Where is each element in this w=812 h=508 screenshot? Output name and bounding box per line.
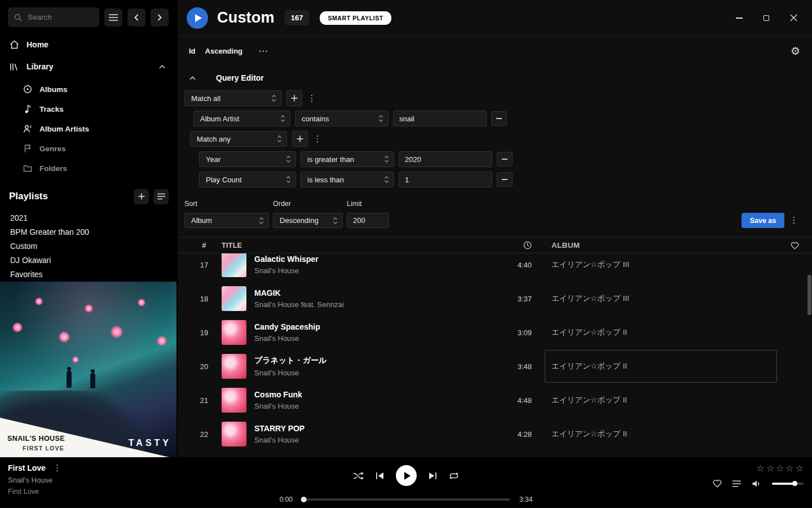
scrollbar-thumb[interactable]	[807, 275, 811, 315]
save-menu-button[interactable]: ⋮	[788, 213, 800, 229]
kebab-icon: ⋮	[53, 463, 61, 473]
sidebar-item-album-artists[interactable]: Album Artists	[0, 119, 178, 139]
player-right-section: ☆ ☆ ☆ ☆ ☆	[713, 464, 804, 488]
order-value: Descending	[280, 216, 319, 225]
track-row[interactable]: 18 MAGIK Snail's House feat. Sennzai 3:3…	[178, 282, 812, 316]
rule-value-input[interactable]	[399, 172, 492, 187]
album-art-thumbnail[interactable]	[222, 320, 246, 345]
sort-field-button[interactable]: Id	[189, 47, 196, 55]
track-album[interactable]: エイリアン☆ポップ II	[545, 316, 777, 349]
album-art-thumbnail[interactable]	[222, 422, 246, 446]
track-album[interactable]: エイリアン☆ポップ III	[545, 282, 777, 315]
match-mode-select[interactable]: Match all	[184, 90, 281, 106]
sort-order-button[interactable]: Ascending	[205, 47, 242, 55]
column-album[interactable]: ALBUM	[545, 240, 777, 250]
rating-star[interactable]: ☆	[766, 464, 774, 473]
menu-button[interactable]	[104, 8, 122, 27]
track-menu-button[interactable]: ⋮	[53, 464, 61, 472]
previous-button[interactable]	[376, 472, 384, 480]
track-row[interactable]: 19 Candy Spaceship Snail's House 3:09 エイ…	[178, 316, 812, 349]
sidebar-item-folders[interactable]: Folders	[0, 159, 178, 178]
query-editor-collapse-button[interactable]	[184, 76, 200, 80]
now-playing-album[interactable]: First Love	[8, 488, 61, 496]
maximize-button[interactable]	[760, 12, 773, 24]
column-title[interactable]: TITLE	[222, 242, 493, 249]
track-album[interactable]: エイリアン☆ポップ II	[545, 384, 777, 417]
album-art-thumbnail[interactable]	[222, 354, 246, 379]
next-button[interactable]	[429, 472, 437, 480]
album-art-thumbnail[interactable]	[222, 388, 246, 413]
rating-star[interactable]: ☆	[776, 464, 784, 473]
playlist-list-button[interactable]	[153, 189, 169, 204]
column-duration[interactable]	[493, 241, 532, 249]
rule-operator-select[interactable]: is greater than	[301, 151, 394, 167]
playlist-item[interactable]: Custom	[0, 239, 178, 253]
add-playlist-button[interactable]	[134, 189, 149, 204]
track-row[interactable]: 22 STARRY POP Snail's House 4:28 エイリアン☆ポ…	[178, 417, 812, 451]
limit-input[interactable]	[347, 213, 389, 228]
rule-field-select[interactable]: Album Artist	[193, 111, 290, 126]
albums-label: Albums	[39, 85, 68, 94]
nav-back-button[interactable]	[127, 8, 145, 27]
favorite-button[interactable]	[713, 479, 722, 488]
track-row[interactable]: 17 Galactic Whisper Snail's House 4:40 エ…	[178, 253, 812, 282]
seek-bar[interactable]	[302, 498, 510, 501]
sidebar-item-albums[interactable]: Albums	[0, 80, 178, 99]
rule-operator-select[interactable]: is less than	[301, 172, 394, 187]
sidebar-item-genres[interactable]: Genres	[0, 139, 178, 159]
sidebar-item-tracks[interactable]: Tracks	[0, 99, 178, 119]
rule-value-input[interactable]	[399, 151, 492, 167]
rating-star[interactable]: ☆	[796, 464, 804, 473]
queue-button[interactable]	[732, 480, 741, 487]
track-album[interactable]: エイリアン☆ポップ III	[545, 253, 777, 281]
playlist-item[interactable]: Favorites	[0, 268, 178, 282]
play-pause-button[interactable]	[396, 465, 417, 486]
settings-button[interactable]: ⚙	[791, 46, 800, 56]
column-favorite[interactable]	[777, 242, 812, 249]
album-art-thumbnail[interactable]	[222, 286, 246, 311]
volume-button[interactable]	[752, 480, 761, 488]
close-button[interactable]	[787, 12, 800, 24]
album-art-thumbnail[interactable]	[222, 253, 246, 277]
volume-handle[interactable]	[792, 481, 797, 486]
track-album[interactable]: エイリアン☆ポップ II	[545, 350, 777, 383]
add-rule-button[interactable]	[292, 131, 308, 147]
save-as-button[interactable]: Save as	[742, 213, 784, 228]
shuffle-button[interactable]	[353, 472, 364, 480]
track-row[interactable]: 21 Cosmo Funk Snail's House 4:48 エイリアン☆ポ…	[178, 383, 812, 417]
track-row[interactable]: 20 プラネット・ガール Snail's House 3:48 エイリアン☆ポッ…	[178, 349, 812, 383]
group-menu-button[interactable]: ⋮	[306, 90, 317, 106]
seek-handle[interactable]	[301, 497, 307, 502]
sidebar-item-home[interactable]: Home	[0, 34, 178, 56]
playlist-item[interactable]: DJ Okawari	[0, 253, 178, 268]
library-collapse-chevron-icon[interactable]	[159, 65, 169, 69]
rating-star[interactable]: ☆	[756, 464, 764, 473]
track-album[interactable]: エイリアン☆ポップ II	[545, 418, 777, 450]
sort-select[interactable]: Album	[184, 213, 269, 228]
remove-rule-button[interactable]	[497, 152, 513, 167]
order-select[interactable]: Descending	[273, 213, 343, 228]
nav-forward-button[interactable]	[151, 8, 169, 27]
match-mode-select[interactable]: Match any	[190, 131, 287, 147]
column-number[interactable]: #	[195, 241, 214, 249]
repeat-button[interactable]	[449, 472, 459, 480]
minimize-button[interactable]	[733, 12, 745, 24]
search-input[interactable]	[27, 12, 89, 22]
more-options-button[interactable]: ⋯	[258, 45, 268, 56]
search-box[interactable]	[8, 7, 99, 27]
volume-slider[interactable]	[772, 483, 804, 485]
rule-field-select[interactable]: Play Count	[199, 172, 296, 187]
now-playing-artist[interactable]: Snail's House	[8, 476, 61, 484]
remove-rule-button[interactable]	[491, 111, 507, 126]
playlist-play-button[interactable]	[187, 7, 208, 29]
playlist-item[interactable]: 2021	[0, 211, 178, 225]
playlist-item[interactable]: BPM Greater than 200	[0, 225, 178, 239]
rule-operator-select[interactable]: contains	[295, 111, 389, 126]
add-rule-button[interactable]	[286, 90, 302, 106]
sidebar-item-library[interactable]: Library	[0, 56, 178, 78]
rule-field-select[interactable]: Year	[199, 151, 296, 167]
rating-star[interactable]: ☆	[785, 464, 793, 473]
group-menu-button[interactable]: ⋮	[312, 131, 323, 147]
remove-rule-button[interactable]	[497, 172, 513, 187]
rule-value-input[interactable]	[393, 111, 487, 126]
